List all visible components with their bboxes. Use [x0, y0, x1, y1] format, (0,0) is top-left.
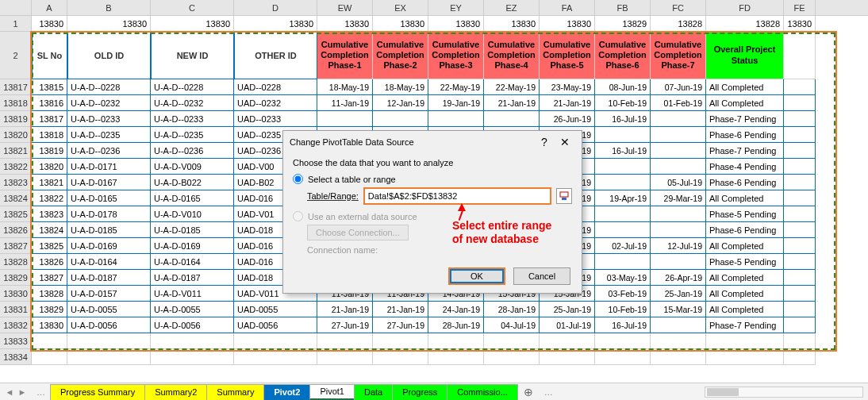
row-header[interactable]: 13817	[0, 79, 32, 95]
sheet-tab[interactable]: Commissio...	[447, 384, 518, 400]
column-header-C[interactable]: C	[151, 0, 234, 15]
cell[interactable]: U-A-D-0165	[67, 190, 151, 206]
cell[interactable]: 21-Jan-19	[484, 95, 540, 111]
sheet-tab[interactable]: Progress Summary	[50, 384, 145, 400]
cell[interactable]	[67, 333, 151, 349]
cell[interactable]	[706, 333, 784, 349]
cell[interactable]: 02-Jul-19	[595, 238, 651, 254]
row-header[interactable]: 13832	[0, 317, 32, 333]
cell[interactable]: U-A-D-0164	[151, 254, 234, 270]
cell[interactable]	[595, 222, 651, 238]
cell[interactable]: U-A-D-0171	[67, 159, 151, 175]
cell[interactable]: 01-Jul-19	[540, 317, 595, 333]
cell[interactable]: 26-Apr-19	[651, 270, 706, 286]
collapse-dialog-icon[interactable]	[556, 188, 572, 204]
cell[interactable]: UAD-0056	[234, 317, 317, 333]
cell[interactable]	[595, 206, 651, 222]
cell[interactable]	[595, 159, 651, 175]
cell[interactable]	[595, 349, 651, 365]
row-header[interactable]: 13819	[0, 111, 32, 127]
row-header[interactable]: 2	[0, 32, 32, 79]
column-header-FD[interactable]: FD	[706, 0, 784, 15]
cell[interactable]: 01-Feb-19	[651, 95, 706, 111]
header-cell[interactable]: Cumulative Completion Phase-7	[651, 32, 706, 79]
row-header[interactable]: 13825	[0, 206, 32, 222]
header-cell[interactable]: NEW ID	[151, 32, 234, 79]
row-header[interactable]: 13834	[0, 349, 32, 365]
cell[interactable]: 13828	[651, 16, 706, 32]
cell[interactable]: U-A-D--0235	[151, 127, 234, 143]
row-header[interactable]: 13831	[0, 302, 32, 317]
cell[interactable]	[784, 79, 816, 95]
cell[interactable]: U-A-D-0055	[151, 302, 234, 317]
cell[interactable]: Phase-7 Pending	[706, 143, 784, 159]
cell[interactable]	[784, 302, 816, 317]
row-header[interactable]: 13829	[0, 270, 32, 286]
cell[interactable]: 21-Jan-19	[317, 302, 373, 317]
cell[interactable]: 16-Jul-19	[595, 111, 651, 127]
tab-overflow-right[interactable]: …	[540, 387, 558, 397]
cell[interactable]: 13824	[32, 222, 67, 238]
cell[interactable]	[651, 143, 706, 159]
cell[interactable]: 11-Jan-19	[317, 95, 373, 111]
cell[interactable]	[317, 349, 373, 365]
cell[interactable]: 13830	[151, 16, 234, 32]
cell[interactable]: Phase-5 Pending	[706, 254, 784, 270]
cell[interactable]: U-A-D-0169	[151, 238, 234, 254]
cell[interactable]: UAD--0232	[234, 95, 317, 111]
sheet-tab[interactable]: Pivot2	[263, 384, 310, 400]
cell[interactable]	[784, 238, 816, 254]
cell[interactable]: 27-Jun-19	[373, 317, 428, 333]
column-header-A[interactable]: A	[32, 0, 67, 15]
cell[interactable]: 03-Feb-19	[595, 286, 651, 302]
column-header-B[interactable]: B	[67, 0, 151, 15]
cell[interactable]: U-A-D--0233	[67, 111, 151, 127]
row-header[interactable]: 13827	[0, 238, 32, 254]
row-header[interactable]: 13820	[0, 127, 32, 143]
corner-cell[interactable]	[0, 0, 32, 15]
cell[interactable]	[373, 349, 428, 365]
help-icon[interactable]: ?	[534, 136, 555, 148]
close-icon[interactable]: ✕	[555, 136, 575, 148]
cell[interactable]	[373, 333, 428, 349]
sheet-tab[interactable]: Progress	[392, 384, 447, 400]
cell[interactable]: 13830	[32, 16, 67, 32]
cell[interactable]: 22-May-19	[428, 79, 484, 95]
cell[interactable]: 18-May-19	[317, 79, 373, 95]
cell[interactable]	[784, 254, 816, 270]
cell[interactable]	[784, 333, 816, 349]
cell[interactable]: 13825	[32, 238, 67, 254]
row-header[interactable]: 13824	[0, 190, 32, 206]
sheet-tab[interactable]: Pivot1	[309, 384, 355, 400]
cell[interactable]: 13830	[373, 16, 428, 32]
row-header[interactable]: 1	[0, 16, 32, 32]
cell[interactable]: 21-Jan-19	[540, 95, 595, 111]
cell[interactable]	[32, 333, 67, 349]
cell[interactable]	[595, 254, 651, 270]
column-header-FB[interactable]: FB	[595, 0, 651, 15]
cell[interactable]: All Completed	[706, 79, 784, 95]
cell[interactable]: 13826	[32, 254, 67, 270]
cell[interactable]: 10-Feb-19	[595, 95, 651, 111]
cell[interactable]: 16-Jul-19	[595, 317, 651, 333]
cell[interactable]	[651, 254, 706, 270]
cell[interactable]	[784, 286, 816, 302]
row-header[interactable]: 13822	[0, 159, 32, 175]
scrollbar-thumb[interactable]	[707, 388, 739, 396]
cell[interactable]: 13815	[32, 79, 67, 95]
cell[interactable]	[317, 333, 373, 349]
column-header-FE[interactable]: FE	[784, 0, 816, 15]
cell[interactable]	[784, 175, 816, 190]
cell[interactable]	[595, 127, 651, 143]
cell[interactable]: 13828	[706, 16, 784, 32]
sheet-tab[interactable]: Summary2	[144, 384, 207, 400]
dialog-titlebar[interactable]: Change PivotTable Data Source ? ✕	[283, 131, 582, 153]
cancel-button[interactable]: Cancel	[513, 267, 570, 285]
cell[interactable]: U-A-D-0187	[67, 270, 151, 286]
cell[interactable]: Phase-6 Pending	[706, 127, 784, 143]
cell[interactable]: 12-Jan-19	[373, 95, 428, 111]
cell[interactable]	[32, 349, 67, 365]
cell[interactable]: 27-Jun-19	[317, 317, 373, 333]
cell[interactable]: 13828	[32, 286, 67, 302]
cell[interactable]: U-A-D-0055	[67, 302, 151, 317]
